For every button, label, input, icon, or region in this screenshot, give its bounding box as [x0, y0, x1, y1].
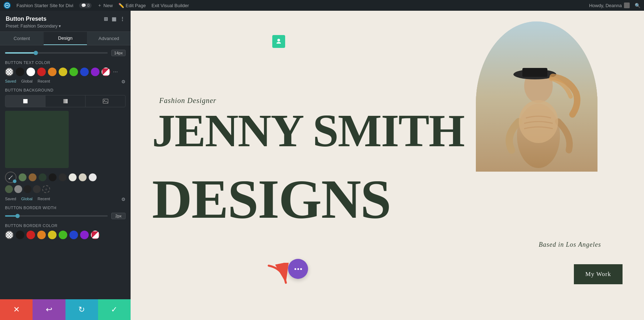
dots-icon	[294, 268, 302, 270]
saved-tab[interactable]: Saved	[5, 79, 16, 84]
save-button[interactable]: ✓	[98, 299, 131, 320]
exit-visual-builder-button[interactable]: Exit Visual Builder	[151, 3, 189, 8]
bottom-action-bar: ✕ ↩ ↻ ✓	[0, 299, 131, 320]
bg-saved-tab[interactable]: Saved	[5, 197, 16, 202]
chevron-down-icon: ▾	[59, 24, 61, 29]
fashion-photo	[476, 21, 597, 172]
expand-icon[interactable]: ⊞	[104, 16, 108, 22]
slider-thumb[interactable]	[34, 51, 38, 55]
jenny-smith-name: JENNY SMITH	[152, 107, 464, 154]
bg-image-btn[interactable]	[86, 95, 125, 107]
text-color-swatches: ···	[5, 68, 126, 76]
red-swatch[interactable]	[37, 68, 46, 76]
button-border-width-label: Button Border Width	[5, 206, 126, 210]
font-size-slider-row: 14px	[5, 50, 126, 56]
color-swatch-3[interactable]	[39, 173, 47, 181]
background-type-buttons	[5, 95, 126, 107]
font-size-slider-track[interactable]	[5, 52, 108, 54]
divi-teal-icon-button[interactable]	[272, 35, 285, 48]
panel-title-text: Button Presets	[6, 16, 47, 22]
panel-header: Button Presets ⊞ ▦ ⋮ Preset: Fashion Sec…	[0, 11, 131, 32]
bg-global-tab[interactable]: Global	[21, 197, 33, 202]
redo-button[interactable]: ↻	[65, 299, 98, 320]
edit-page-button[interactable]: ✏️ Edit Page	[118, 3, 146, 8]
color-swatch-6[interactable]	[69, 173, 77, 181]
gradient-swatch[interactable]	[102, 68, 110, 76]
border-transparent-swatch[interactable]	[5, 231, 14, 239]
border-yellow-swatch[interactable]	[48, 231, 57, 239]
color-swatch-4[interactable]	[49, 173, 57, 181]
border-blue-swatch[interactable]	[69, 231, 78, 239]
color-preview-large[interactable]	[5, 111, 69, 168]
border-color-swatches	[5, 231, 126, 239]
user-avatar	[624, 3, 630, 8]
svg-rect-9	[522, 68, 547, 77]
preset-name[interactable]: Preset: Fashion Secondary ▾	[6, 24, 125, 29]
button-text-color-label: Button Text Color	[5, 60, 126, 65]
tab-advanced[interactable]: Advanced	[87, 32, 131, 45]
orange-swatch[interactable]	[48, 68, 57, 76]
site-name-link[interactable]: Fashion Starter Site for Divi	[16, 3, 73, 8]
comment-count-badge[interactable]: 💬 0	[79, 3, 92, 8]
purple-swatch[interactable]	[91, 68, 99, 76]
swatches-settings-icon[interactable]: ⚙	[121, 79, 126, 84]
border-width-slider-row: 2px	[5, 213, 126, 219]
undo-button[interactable]: ↩	[33, 299, 65, 320]
fashion-designer-label: Fashion Designer	[159, 97, 216, 105]
add-swatch-button[interactable]: +	[42, 185, 50, 193]
slider-fill	[5, 52, 36, 54]
bg-swatches-settings-icon[interactable]: ⚙	[121, 197, 126, 202]
my-work-button[interactable]: My Work	[574, 264, 623, 284]
border-slider-thumb[interactable]	[15, 214, 20, 218]
black-swatch[interactable]	[16, 68, 24, 76]
border-gradient-swatch[interactable]	[91, 231, 99, 239]
transparent-swatch[interactable]	[5, 68, 14, 76]
cswatch-r2-2[interactable]	[14, 185, 22, 193]
color-swatch-8[interactable]	[89, 173, 97, 181]
more-swatches-icon[interactable]: ···	[113, 69, 118, 75]
tab-content[interactable]: Content	[0, 32, 44, 45]
border-purple-swatch[interactable]	[80, 231, 89, 239]
canvas-area: Fashion Designer JENNY SMITH DESIGNS Bas…	[131, 11, 644, 320]
tab-design[interactable]: Design	[44, 32, 87, 45]
border-green-swatch[interactable]	[59, 231, 67, 239]
more-options-icon[interactable]: ⋮	[120, 16, 125, 22]
border-width-slider-track[interactable]	[5, 215, 108, 217]
color-swatch-5[interactable]	[59, 173, 67, 181]
panel-title-actions: ⊞ ▦ ⋮	[104, 16, 125, 22]
bg-gradient-btn[interactable]	[45, 95, 86, 107]
font-size-value: 14px	[111, 50, 126, 56]
new-button[interactable]: ＋ New	[97, 2, 113, 9]
green-swatch[interactable]	[69, 68, 78, 76]
yellow-swatch[interactable]	[59, 68, 67, 76]
color-swatch-7[interactable]	[79, 173, 87, 181]
bg-recent-tab[interactable]: Recent	[38, 197, 50, 202]
picker-and-swatches	[5, 172, 126, 183]
cswatch-r2-4[interactable]	[33, 185, 41, 193]
red-arrow-indicator	[263, 263, 292, 291]
global-tab[interactable]: Global	[21, 79, 33, 84]
wordpress-logo[interactable]	[4, 2, 11, 9]
color-swatch-2[interactable]	[29, 173, 36, 181]
border-orange-swatch[interactable]	[37, 231, 46, 239]
blue-swatch[interactable]	[80, 68, 89, 76]
svg-rect-1	[63, 99, 68, 103]
border-red-swatch[interactable]	[26, 231, 35, 239]
bg-solid-btn[interactable]	[5, 95, 45, 107]
color-picker-button[interactable]	[5, 172, 16, 183]
color-swatch-1[interactable]	[19, 173, 26, 181]
cswatch-r2-1[interactable]	[5, 185, 13, 193]
left-panel: Button Presets ⊞ ▦ ⋮ Preset: Fashion Sec…	[0, 11, 131, 320]
white-swatch[interactable]	[26, 68, 35, 76]
woman-silhouette	[476, 21, 597, 172]
border-black-swatch[interactable]	[16, 231, 24, 239]
cancel-button[interactable]: ✕	[0, 299, 33, 320]
admin-bar: Fashion Starter Site for Divi 💬 0 ＋ New …	[0, 0, 644, 11]
color-swatches-row2: +	[5, 185, 126, 193]
cswatch-r2-3[interactable]	[24, 185, 31, 193]
search-icon[interactable]: 🔍	[635, 3, 640, 8]
border-width-value: 2px	[111, 213, 126, 219]
main-wrapper: Button Presets ⊞ ▦ ⋮ Preset: Fashion Sec…	[0, 11, 644, 320]
layout-icon[interactable]: ▦	[112, 16, 116, 22]
recent-tab[interactable]: Recent	[38, 79, 50, 84]
